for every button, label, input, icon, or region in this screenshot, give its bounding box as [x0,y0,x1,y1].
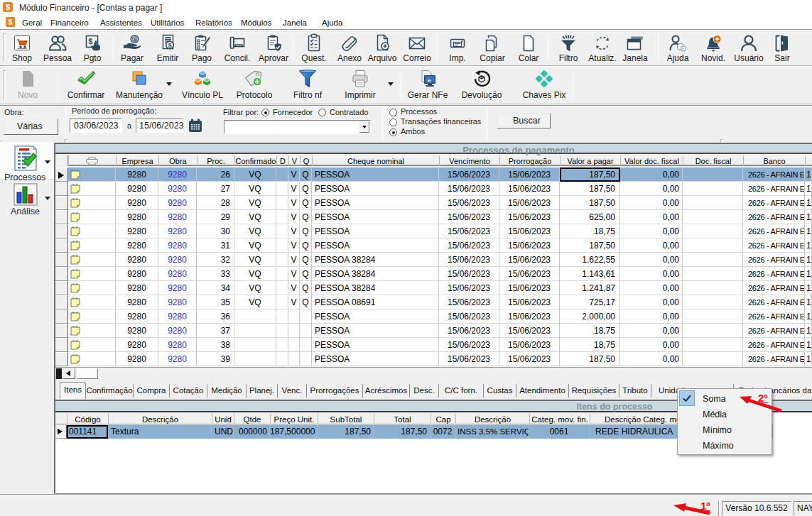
svg-text:e: e [428,77,431,84]
svg-text:$: $ [168,41,173,49]
svg-text:$: $ [89,38,93,45]
svg-text:$: $ [133,36,136,43]
